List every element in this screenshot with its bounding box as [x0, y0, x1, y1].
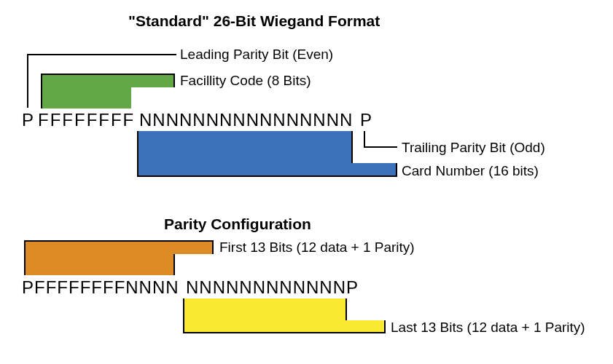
bit-p2: P	[360, 110, 372, 130]
card-number-box-main	[137, 131, 353, 177]
leading-parity-label: Leading Parity Bit (Even)	[180, 47, 333, 63]
trailing-parity-arm	[364, 146, 397, 148]
section2-title: Parity Configuration	[164, 215, 311, 233]
trailing-parity-label: Trailing Parity Bit (Odd)	[402, 140, 545, 156]
facility-code-box-left	[41, 74, 131, 108]
leading-parity-bracket	[27, 54, 176, 67]
section1-title: "Standard" 26-Bit Wiegand Format	[128, 12, 380, 30]
facility-code-box-step	[130, 74, 175, 87]
bit-second-half: NNNNNNNNNNNNP	[186, 277, 359, 298]
trailing-parity-stem	[364, 131, 365, 148]
last13-label: Last 13 Bits (12 data + 1 Parity)	[391, 320, 585, 336]
bit-first-half: PFFFFFFFFNNNN	[22, 277, 179, 298]
bit-facility: FFFFFFFF	[38, 110, 135, 130]
facility-code-label: Facillity Code (8 Bits)	[180, 73, 311, 89]
card-number-label: Card Number (16 bits)	[402, 163, 539, 179]
last13-box-main	[183, 298, 347, 333]
bit-p1: P	[22, 110, 34, 130]
first13-label: First 13 Bits (12 data + 1 Parity)	[219, 240, 415, 256]
first13-box-step	[173, 240, 214, 254]
bit-card: NNNNNNNNNNNNNNNN	[139, 110, 353, 130]
first13-box-main	[24, 240, 175, 275]
leading-parity-stem	[27, 66, 28, 108]
card-number-box-step	[351, 163, 397, 177]
last13-box-step	[345, 320, 386, 333]
